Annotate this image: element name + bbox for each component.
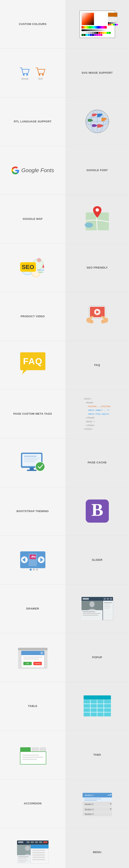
svg-rect-118 — [39, 841, 42, 843]
svg-rect-89 — [20, 747, 31, 752]
svg-rect-65 — [104, 606, 111, 607]
svg-text:Section 1: Section 1 — [85, 794, 94, 797]
feature-label-side: FAQ — [65, 341, 129, 390]
feature-row-slider: SLIDER — [0, 536, 129, 585]
feature-label-side: MENU — [65, 828, 129, 868]
feature-label-side: DRAWER — [0, 585, 65, 633]
google-fonts-image: Google Fonts — [11, 166, 54, 175]
accordion-icon: Section 1 Section 2 Section 3 Section 4 — [80, 790, 114, 817]
svg-point-36 — [35, 462, 45, 471]
svg-rect-60 — [83, 613, 100, 614]
svg-rect-130 — [18, 856, 29, 857]
feature-row-menu: MENU — [0, 828, 129, 868]
feature-label-side: GOOGLE MAP — [0, 195, 65, 243]
svg-text:OK: OK — [26, 662, 29, 664]
feature-row-google-map: GOOGLE MAP — [0, 195, 129, 244]
svg-rect-93 — [20, 752, 46, 764]
svg-rect-88 — [84, 695, 111, 700]
svg-point-3 — [42, 74, 44, 75]
svg-rect-128 — [32, 859, 45, 860]
feature-image-side — [65, 97, 129, 146]
feature-label-side: PAGE CUSTOM META TAGS — [0, 390, 65, 438]
svg-point-121 — [25, 846, 30, 851]
svg-rect-52 — [83, 598, 89, 600]
feature-row-table: TABLE — [0, 682, 129, 731]
feature-image-side — [65, 0, 129, 49]
svg-rect-114 — [18, 841, 23, 843]
feature-image-side — [65, 292, 129, 341]
svg-rect-75 — [23, 658, 39, 659]
svg-point-1 — [26, 74, 28, 75]
feature-row-rtl: RTL LANGUAGE SUPPORT — [0, 97, 129, 146]
svg-rect-133 — [18, 862, 25, 862]
feature-image-side — [65, 195, 129, 243]
feature-label-side: SLIDER — [65, 536, 129, 584]
feature-label-side: POPUP — [65, 633, 129, 682]
svg-rect-59 — [83, 611, 95, 612]
svg-rect-66 — [104, 608, 109, 609]
feature-image-side — [0, 828, 65, 868]
feature-label: GOOGLE FONT — [87, 168, 108, 172]
tabs-icon — [18, 741, 47, 768]
drawer-image — [80, 596, 114, 622]
feature-image-side: FAQ — [0, 341, 65, 390]
feature-row-svg-image-support: Normal SVG SVG IMAGE SUPPORT — [0, 49, 129, 97]
menu-image — [16, 839, 50, 866]
product-video-image — [83, 302, 112, 332]
svg-rect-61 — [83, 615, 98, 616]
svg-text:Section 4: Section 4 — [85, 813, 94, 815]
feature-row-bootstrap: BOOTSTRAP THEMING B — [0, 487, 129, 536]
feature-image-side — [0, 536, 65, 584]
normal-cart-icon — [19, 66, 31, 78]
svg-text:B: B — [91, 500, 103, 520]
bootstrap-icon: B — [85, 498, 110, 524]
svg-rect-35 — [27, 470, 37, 471]
svg-rect-21 — [38, 272, 43, 273]
svg-rect-115 — [27, 841, 30, 843]
feature-label-side: TABLE — [0, 682, 65, 731]
menu-icon — [16, 839, 50, 865]
bootstrap-image: B — [85, 498, 110, 525]
feature-label-side: ACCORDION — [0, 779, 65, 828]
feature-label: PAGE CUSTOM META TAGS — [13, 412, 52, 416]
video-icon — [83, 302, 112, 331]
svg-rect-123 — [31, 845, 49, 848]
svg-rect-119 — [43, 841, 47, 843]
svg-rect-20 — [37, 270, 44, 271]
feature-image-side: B — [65, 487, 129, 536]
svg-rect-132 — [18, 860, 28, 861]
svg-rect-64 — [104, 604, 110, 605]
svg-text:SEO: SEO — [22, 264, 34, 270]
feature-image-side — [65, 682, 129, 731]
svg-rect-53 — [104, 598, 106, 600]
tabs-image — [18, 741, 47, 769]
drawer-icon — [80, 596, 114, 621]
svg-rect-68 — [18, 648, 47, 650]
slider-image — [18, 546, 47, 574]
svg-point-13 — [96, 208, 99, 212]
slider-icon — [18, 546, 47, 574]
svg-rect-116 — [31, 841, 34, 843]
feature-row-drawer: DRAWER — [0, 585, 129, 633]
svg-rect-124 — [32, 850, 45, 851]
feature-label-side: BOOTSTRAP THEMING — [0, 487, 65, 536]
globe-icon — [84, 108, 111, 135]
svg-rect-94 — [22, 755, 39, 756]
svg-rect-62 — [103, 601, 113, 620]
feature-label: TABS — [93, 753, 101, 757]
feature-row-custom-colours: CUSTOM COLOURS — [0, 0, 129, 49]
globe-image — [84, 108, 111, 136]
feature-label: PRODUCT VIDEO — [21, 314, 45, 318]
popup-image: × OK Cancel — [17, 645, 49, 671]
svg-carts-image: Normal SVG — [19, 66, 46, 80]
feature-row-seo: SEO SEO FRIENDLY — [0, 244, 129, 292]
seo-image: SEO — [17, 252, 49, 284]
feature-row-page-cache: PAGE CACHE — [0, 438, 129, 487]
svg-rect-74 — [23, 657, 42, 658]
feature-label: RTL LANGUAGE SUPPORT — [14, 120, 52, 123]
feature-label: TABLE — [28, 704, 37, 708]
svg-cart-icon — [35, 66, 46, 78]
svg-point-49 — [36, 568, 38, 571]
svg-rect-126 — [32, 854, 45, 856]
svg-rect-32 — [24, 459, 38, 460]
